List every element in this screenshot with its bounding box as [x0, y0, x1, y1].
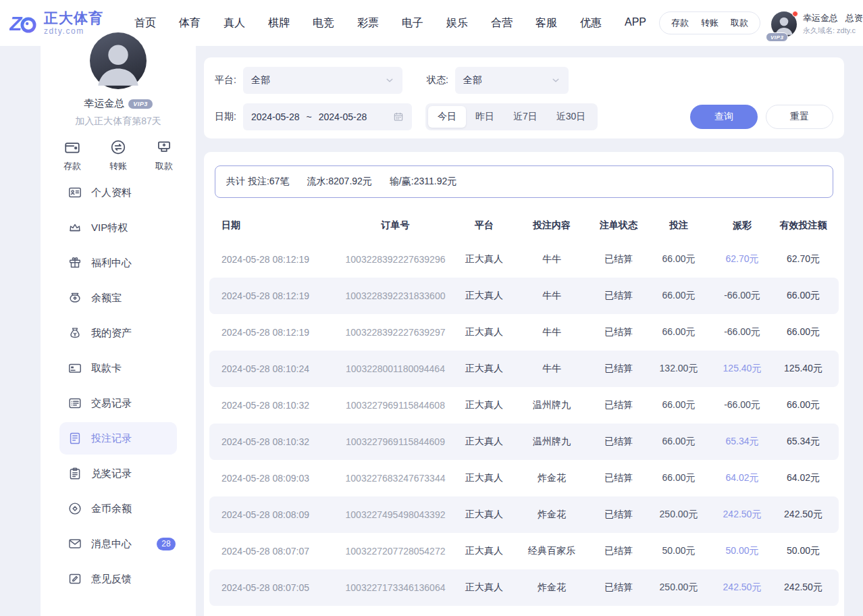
date-to: 2024-05-28 — [319, 111, 367, 122]
cell-bet-amount: 132.00元 — [648, 363, 710, 375]
cell-payout: 50.00元 — [710, 545, 775, 557]
quick-action-withdraw[interactable]: 取款 — [155, 138, 173, 172]
nav-item[interactable]: APP — [625, 16, 646, 30]
sidebar-item[interactable]: 消息中心28 — [59, 528, 177, 560]
cell-status: 已结算 — [590, 253, 648, 265]
range-option[interactable]: 昨日 — [466, 106, 504, 128]
table-row: 2024-05-28 08:10:241003228001180094464正大… — [209, 351, 839, 387]
logo-mark-icon: Z — [9, 9, 39, 36]
sidebar-item[interactable]: 我的资产 — [59, 317, 177, 349]
profile-joined-days: 加入正大体育第87天 — [41, 116, 196, 128]
cell-valid-amount: 50.00元 — [775, 545, 832, 557]
cell-status: 已结算 — [590, 509, 648, 521]
wallet-pill: 存款转账取款 — [659, 11, 760, 34]
crown-icon — [68, 220, 82, 235]
cell-payout: -66.00元 — [710, 399, 775, 411]
cell-platform: 正大真人 — [454, 253, 514, 265]
sidebar-item[interactable]: 个人资料 — [59, 176, 177, 209]
nav-item[interactable]: 彩票 — [357, 16, 379, 30]
platform-select[interactable]: 全部 — [243, 67, 402, 94]
quick-action-transfer[interactable]: 转账 — [109, 138, 127, 172]
cell-payout: -66.00元 — [710, 326, 775, 338]
quick-action-label: 取款 — [155, 160, 173, 172]
purse-icon — [68, 290, 82, 305]
sidebar-item-label: 意见反馈 — [91, 573, 132, 586]
sidebar-item[interactable]: 取款卡 — [59, 352, 177, 384]
sidebar-item-label: 投注记录 — [91, 432, 132, 445]
range-option[interactable]: 近7日 — [504, 106, 547, 128]
cell-date: 2024-05-28 08:12:19 — [216, 254, 336, 265]
nav-item[interactable]: 优惠 — [580, 16, 602, 30]
sidebar-menu: 个人资料VIP特权福利中心余额宝我的资产取款卡交易记录投注记录兑奖记录金币余额消… — [41, 176, 196, 595]
date-separator: ~ — [307, 111, 312, 122]
nav-item[interactable]: 棋牌 — [268, 16, 290, 30]
sidebar-item[interactable]: 兑奖记录 — [59, 457, 177, 490]
table-row: 2024-05-28 08:07:071003227207728054272正大… — [209, 533, 839, 569]
range-option[interactable]: 近30日 — [547, 106, 596, 128]
nav-item[interactable]: 娱乐 — [446, 16, 468, 30]
bet-records-card: 共计 投注:67笔 流水:8207.92元 输/赢:2311.92元 日期订单号… — [204, 152, 844, 616]
cell-status: 已结算 — [590, 472, 648, 484]
id-card-icon — [68, 185, 82, 200]
sidebar-item[interactable]: VIP特权 — [59, 211, 177, 244]
nav-item[interactable]: 客服 — [535, 16, 557, 30]
cell-order-number: 1003228001180094464 — [336, 363, 454, 374]
sidebar-item-label: 金币余额 — [91, 503, 132, 515]
search-button[interactable]: 查询 — [690, 105, 758, 129]
column-header: 平台 — [454, 220, 514, 232]
cell-platform: 正大真人 — [454, 509, 514, 521]
nav-item[interactable]: 体育 — [179, 16, 201, 30]
range-option[interactable]: 今日 — [428, 106, 466, 128]
cell-payout: -66.00元 — [710, 290, 775, 302]
profile-avatar[interactable] — [90, 32, 147, 89]
notification-dot — [792, 11, 798, 17]
sidebar-item[interactable]: 余额宝 — [59, 282, 177, 314]
user-name-line: 幸运金总总资 — [803, 11, 863, 25]
cell-order-number: 1003227683247673344 — [336, 473, 454, 484]
deposit-wallet-icon — [63, 138, 81, 156]
sidebar-item[interactable]: 投注记录 — [59, 422, 177, 455]
cell-order-number: 1003227207728054272 — [336, 546, 454, 557]
cell-bet-amount: 66.00元 — [648, 326, 710, 338]
wallet-pill-item[interactable]: 存款 — [671, 17, 689, 29]
sidebar-item[interactable]: 意见反馈 — [59, 563, 177, 595]
user-block[interactable]: VIP3 幸运金总总资 永久域名: zdty.c — [771, 9, 863, 37]
cell-status: 已结算 — [590, 436, 648, 448]
wallet-pill-item[interactable]: 取款 — [731, 17, 748, 29]
cell-order-number: 1003227969115844609 — [336, 436, 454, 447]
coin-icon — [68, 501, 82, 516]
status-select[interactable]: 全部 — [455, 67, 569, 94]
status-label: 状态: — [427, 74, 448, 86]
profile-name-row: 幸运金总 VIP3 — [41, 97, 196, 110]
nav-item[interactable]: 电子 — [402, 16, 423, 30]
nav-item[interactable]: 真人 — [224, 16, 245, 30]
avatar-wrap: VIP3 — [771, 11, 797, 37]
wallet-pill-item[interactable]: 转账 — [701, 17, 718, 29]
table-body: 2024-05-28 08:12:191003228392227639296正大… — [209, 241, 839, 606]
reset-button[interactable]: 重置 — [766, 105, 833, 129]
nav-item[interactable]: 电竞 — [313, 16, 334, 30]
nav-item[interactable]: 首页 — [134, 16, 156, 30]
cell-platform: 正大真人 — [454, 545, 514, 557]
cell-bet-content: 牛牛 — [514, 326, 590, 338]
cell-order-number: 1003227495498043392 — [336, 509, 454, 520]
sidebar-item[interactable]: 交易记录 — [59, 387, 177, 419]
cell-status: 已结算 — [590, 290, 648, 302]
mail-icon — [68, 536, 82, 551]
cell-bet-amount: 66.00元 — [648, 290, 710, 302]
nav-item[interactable]: 合营 — [491, 16, 513, 30]
cell-status: 已结算 — [590, 326, 648, 338]
cell-bet-amount: 250.00元 — [648, 582, 710, 594]
sidebar-item[interactable]: 金币余额 — [59, 492, 177, 525]
person-silhouette-icon — [90, 32, 147, 89]
cell-date: 2024-05-28 08:08:09 — [216, 509, 336, 520]
sidebar-item-label: 交易记录 — [91, 397, 132, 410]
cell-bet-content: 牛牛 — [514, 253, 590, 265]
date-range-input[interactable]: 2024-05-28 ~ 2024-05-28 — [243, 103, 412, 130]
sidebar-item[interactable]: 福利中心 — [59, 247, 177, 279]
table-row: 2024-05-28 08:12:191003228392227639296正大… — [209, 241, 839, 278]
cell-valid-amount: 65.34元 — [775, 436, 832, 448]
cell-bet-content: 温州牌九 — [514, 436, 590, 448]
cell-order-number: 1003228392227639296 — [336, 254, 454, 265]
quick-action-deposit-wallet[interactable]: 存款 — [63, 138, 81, 172]
